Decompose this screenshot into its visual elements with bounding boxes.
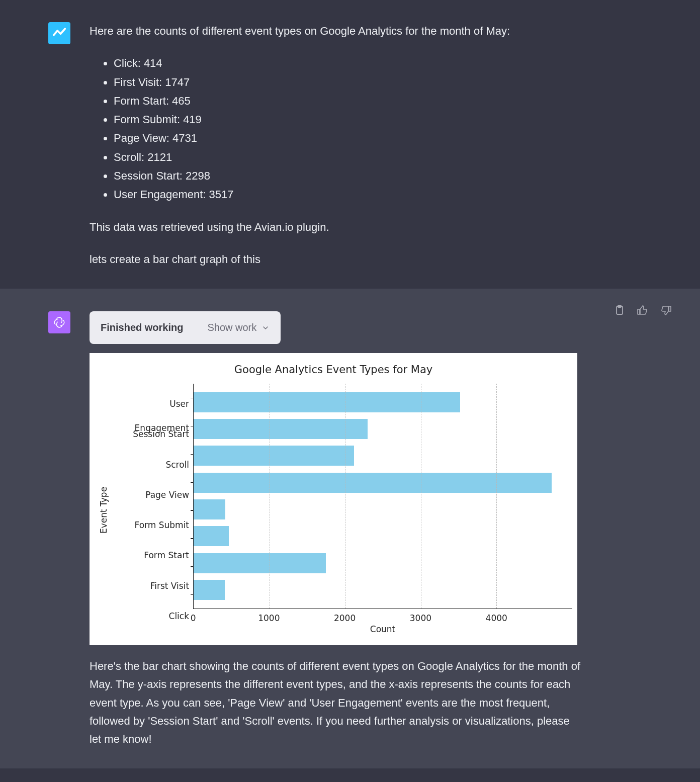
x-tick-label: 0 (191, 611, 196, 625)
event-list: Click: 414 First Visit: 1747 Form Start:… (114, 54, 582, 204)
followup-text: lets create a bar chart graph of this (90, 250, 582, 269)
list-item: Form Start: 465 (114, 92, 582, 110)
y-tick-label: Page View (113, 483, 189, 507)
chart-bars (194, 384, 572, 609)
work-status-pill[interactable]: Finished working Show work (90, 311, 281, 344)
work-status-label: Finished working (101, 319, 183, 336)
clipboard-icon[interactable] (614, 304, 626, 316)
thumbs-down-icon[interactable] (660, 304, 672, 316)
chevron-down-icon (261, 324, 270, 332)
show-work-label: Show work (207, 319, 256, 336)
x-tick-label: 1000 (258, 611, 280, 625)
chart-bar (194, 580, 225, 600)
openai-icon (53, 316, 66, 329)
x-tick-label: 4000 (486, 611, 507, 625)
y-axis-categories: User EngagementSession StartScrollPage V… (113, 384, 193, 636)
list-item: Page View: 4731 (114, 129, 582, 147)
chart-bar (194, 446, 354, 466)
chart-description: Here's the bar chart showing the counts … (90, 657, 582, 748)
intro-text: Here are the counts of different event t… (90, 22, 582, 40)
y-tick-label: Click (113, 604, 189, 628)
chart-bar (194, 553, 326, 573)
plugin-message: Here are the counts of different event t… (0, 0, 700, 289)
plot-area (193, 384, 572, 609)
list-item: User Engagement: 3517 (114, 186, 582, 204)
y-tick-label: First Visit (113, 574, 189, 598)
plugin-avatar (48, 22, 70, 44)
y-tick-label: Form Submit (113, 513, 189, 537)
list-item: Click: 414 (114, 54, 582, 72)
chart-bar (194, 392, 460, 412)
y-tick-label: Scroll (113, 453, 189, 477)
avian-icon (52, 26, 67, 41)
chart-container: Google Analytics Event Types for May Eve… (90, 353, 577, 645)
y-axis-label: Event Type (95, 384, 113, 636)
source-text: This data was retrieved using the Avian.… (90, 218, 582, 236)
message-actions (614, 304, 672, 316)
x-axis-ticks: 01000200030004000 (193, 609, 572, 620)
chart-bar (194, 526, 229, 546)
y-tick-label: Session Start (113, 422, 189, 446)
x-tick-label: 2000 (334, 611, 356, 625)
x-axis-label: Count (193, 620, 572, 636)
x-tick-label: 3000 (410, 611, 431, 625)
list-item: First Visit: 1747 (114, 73, 582, 92)
y-tick-label: Form Start (113, 543, 189, 567)
chart-bar (194, 499, 225, 519)
assistant-avatar (48, 311, 70, 333)
chart-title: Google Analytics Event Types for May (95, 358, 572, 384)
assistant-message: Finished working Show work Google Analyt… (0, 289, 700, 768)
list-item: Scroll: 2121 (114, 148, 582, 166)
list-item: Form Submit: 419 (114, 111, 582, 129)
thumbs-up-icon[interactable] (637, 304, 649, 316)
y-tick-label: User Engagement (113, 392, 189, 416)
chart-bar (194, 473, 552, 493)
chart-bar (194, 419, 368, 439)
list-item: Session Start: 2298 (114, 167, 582, 185)
show-work-toggle[interactable]: Show work (207, 319, 270, 336)
